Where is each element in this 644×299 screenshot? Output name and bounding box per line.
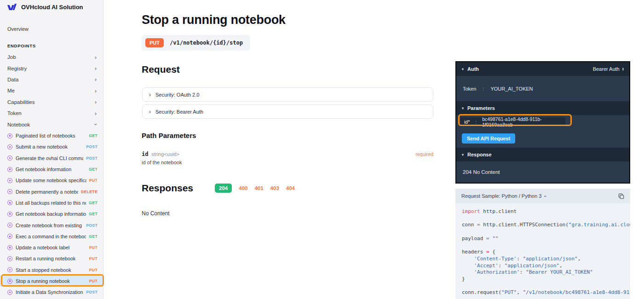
target-icon (7, 223, 12, 228)
code-sample[interactable]: import http.client conn = http.client.HT… (455, 203, 630, 296)
response-header-label: Response (467, 152, 492, 157)
target-icon (7, 155, 12, 161)
caret-down-icon: ▾ (462, 67, 464, 71)
app-title: OVHcloud AI Solution (21, 4, 83, 11)
id-param-value-input[interactable]: bc498761-a1e8-4dd8-911b-1f0169aa3cab (482, 116, 562, 127)
sidebar-item-overview[interactable]: Overview (7, 26, 29, 32)
sidebar-group-job[interactable]: Job› (0, 52, 104, 63)
sidebar-endpoint-generate-the-ovhai-cli-command[interactable]: Generate the ovhai CLI command...POST (0, 153, 104, 164)
target-icon (7, 167, 12, 172)
sidebar-endpoint-update-some-notebook-specificati[interactable]: Update some notebook specificati...PUT (0, 175, 104, 186)
code-line (462, 215, 630, 222)
try-it-panel: ▾ Auth Bearer Auth ▴▾ Token : YOUR_AI_TO… (455, 61, 630, 184)
code-line (462, 242, 630, 249)
endpoint-label: Create notebook from existing ba... (16, 223, 83, 228)
response-toggle[interactable]: ▾ Response (462, 152, 492, 157)
sidebar-endpoint-paginated-list-of-notebooks[interactable]: Paginated list of notebooksGET (0, 130, 104, 141)
accordion-security-oauth[interactable]: › Security: OAuth 2.0 (142, 87, 433, 102)
endpoint-label: Paginated list of notebooks (16, 133, 86, 138)
sidebar-endpoint-get-notebook-information[interactable]: Get notebook informationGET (0, 164, 104, 175)
response-status-tabs: 204400401403404 (215, 184, 295, 193)
response-body-text: No Content (142, 210, 170, 217)
auth-toggle[interactable]: ▾ Auth (462, 66, 479, 72)
endpoint-label: Update a notebook label (16, 245, 86, 250)
code-line: } (462, 276, 630, 283)
id-parameter-row[interactable]: id* : bc498761-a1e8-4dd8-911b-1f0169aa3c… (460, 117, 565, 126)
target-icon (7, 279, 12, 284)
responses-heading: Responses (142, 183, 193, 194)
request-sample-label: Request Sample: Python / Python 3 (461, 193, 541, 199)
sidebar: OVHcloud AI Solution Overview ENDPOINTS … (0, 0, 104, 299)
responses-section: Responses 204400401403404 (142, 183, 295, 194)
separator: : (483, 86, 484, 92)
sidebar-endpoint-restart-a-running-notebook[interactable]: Restart a running notebookPUT (0, 253, 104, 264)
sidebar-endpoint-initiate-a-data-synchronization-o[interactable]: Initiate a Data Synchronization o...POST (0, 287, 104, 298)
response-tab-404[interactable]: 404 (286, 185, 295, 191)
sidebar-endpoint-exec-a-command-in-the-notebook[interactable]: Exec a command in the notebookGET (0, 231, 104, 242)
sidebar-endpoint-list-all-backups-related-to-this-not[interactable]: List all backups related to this not...G… (0, 197, 104, 208)
brand[interactable]: OVHcloud AI Solution (7, 4, 83, 11)
endpoint-label: Initiate a Data Synchronization o... (16, 289, 83, 295)
param-type: string<uuid> (151, 151, 415, 157)
sidebar-endpoint-create-notebook-from-existing-ba[interactable]: Create notebook from existing ba...POST (0, 219, 104, 230)
sidebar-group-token[interactable]: Token› (0, 108, 104, 119)
endpoint-label: Get notebook information (16, 167, 86, 172)
auth-scheme-selector[interactable]: Bearer Auth ▴▾ (593, 66, 624, 72)
response-section-header: ▾ Response (456, 148, 629, 161)
chevron-right-icon: › (95, 54, 97, 60)
sidebar-endpoint-start-a-stopped-notebook[interactable]: Start a stopped notebookPUT (0, 264, 104, 276)
response-tab-204[interactable]: 204 (215, 184, 232, 193)
auth-header-label: Auth (467, 66, 479, 72)
param-name: id (142, 151, 148, 157)
sidebar-endpoint-get-notebook-backup-information[interactable]: Get notebook backup informationGET (0, 208, 104, 219)
endpoint-label: Get notebook backup information (16, 211, 86, 217)
token-row: Token : YOUR_AI_TOKEN (456, 76, 629, 101)
copy-icon[interactable] (618, 193, 624, 199)
parameters-body: id* : bc498761-a1e8-4dd8-911b-1f0169aa3c… (456, 115, 629, 148)
sidebar-endpoint-delete-permanently-a-notebook[interactable]: Delete permanently a notebookDELETE (0, 186, 104, 197)
sidebar-endpoint-update-a-notebook-label[interactable]: Update a notebook labelPUT (0, 242, 104, 253)
chevron-right-icon: › (95, 65, 97, 71)
method-tag-post: POST (86, 290, 98, 294)
request-sample-panel: Request Sample: Python / Python 3 › impo… (455, 189, 630, 299)
accordion-label: Security: OAuth 2.0 (155, 92, 199, 98)
sidebar-group-data[interactable]: Data› (0, 74, 104, 85)
response-tab-401[interactable]: 401 (254, 185, 263, 191)
chevron-down-icon: › (543, 195, 548, 197)
group-label: Job (7, 54, 16, 60)
send-api-request-button[interactable]: Send API Request (462, 133, 515, 144)
sidebar-group-capabilities[interactable]: Capabilities› (0, 97, 104, 108)
code-line: conn = http.client.HTTPSConnection("gra.… (462, 222, 630, 229)
sidebar-endpoint-submit-a-new-notebook[interactable]: Submit a new notebookPOST (0, 141, 104, 152)
path-parameters-heading: Path Parameters (142, 132, 196, 139)
param-description: id of the notebook (142, 160, 182, 165)
code-line (462, 283, 630, 290)
target-icon (7, 245, 12, 250)
chevron-right-icon: › (149, 109, 151, 115)
response-tab-400[interactable]: 400 (239, 185, 247, 191)
method-tag-post: POST (86, 144, 98, 149)
sidebar-group-registry[interactable]: Registry› (0, 63, 104, 74)
chevron-down-icon: › (92, 123, 98, 125)
sidebar-endpoint-stop-a-running-notebook[interactable]: Stop a running notebookPUT (0, 276, 104, 287)
method-tag-get: GET (89, 234, 98, 239)
response-tab-403[interactable]: 403 (270, 185, 279, 191)
group-label: Capabilities (7, 99, 34, 105)
code-line (462, 229, 630, 236)
sidebar-group-me[interactable]: Me› (0, 85, 104, 96)
method-tag-get: GET (89, 167, 98, 172)
method-tag-delete: DELETE (81, 190, 98, 194)
code-line: import http.client (462, 208, 630, 215)
target-icon (7, 189, 12, 194)
request-sample-selector[interactable]: Request Sample: Python / Python 3 › (461, 193, 546, 199)
method-tag-get: GET (89, 133, 98, 138)
sidebar-group-notebook[interactable]: Notebook› (0, 119, 104, 130)
code-line: 'Accept': "application/json", (462, 263, 630, 270)
ovhcloud-logo (7, 4, 17, 11)
target-icon (7, 133, 12, 138)
parameters-toggle[interactable]: ▾ Parameters (462, 105, 495, 111)
method-tag-get: GET (89, 212, 98, 216)
accordion-security-bearer[interactable]: › Security: Bearer Auth (142, 104, 433, 119)
accordion-label: Security: Bearer Auth (155, 109, 203, 115)
token-value-input[interactable]: YOUR_AI_TOKEN (490, 86, 533, 92)
